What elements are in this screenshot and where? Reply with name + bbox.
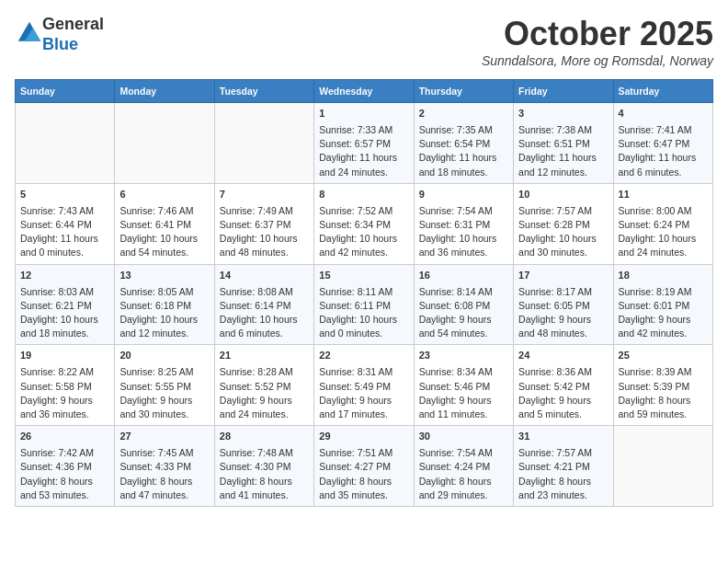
day-info-line: and 36 minutes.: [419, 246, 508, 259]
day-info-line: Daylight: 11 hours: [20, 232, 109, 246]
day-info-line: Sunrise: 7:57 AM: [518, 204, 608, 218]
column-header-sunday: Sunday: [16, 80, 115, 103]
calendar-cell: 6Sunrise: 7:46 AMSunset: 6:41 PMDaylight…: [115, 183, 214, 264]
day-info-line: Sunset: 5:52 PM: [220, 380, 309, 394]
page-header: General Blue October 2025 Sunndalsora, M…: [15, 15, 713, 68]
day-info-line: Sunrise: 8:25 AM: [119, 365, 209, 379]
day-info-line: Daylight: 11 hours: [518, 151, 608, 165]
day-info-line: Daylight: 8 hours: [518, 475, 608, 488]
day-info-line: and 41 minutes.: [220, 488, 309, 502]
calendar-cell: 14Sunrise: 8:08 AMSunset: 6:14 PMDayligh…: [214, 264, 313, 345]
day-info-line: Sunrise: 7:45 AM: [119, 446, 209, 460]
day-info-line: Sunset: 6:51 PM: [518, 137, 608, 151]
day-info-line: Sunset: 6:28 PM: [518, 218, 608, 232]
day-info-line: Sunset: 6:24 PM: [619, 218, 708, 232]
day-info-line: Sunset: 6:11 PM: [319, 299, 408, 313]
day-info-line: Sunrise: 8:34 AM: [419, 365, 508, 379]
day-info-line: Daylight: 11 hours: [319, 151, 408, 165]
day-info-line: Sunset: 6:44 PM: [20, 218, 109, 232]
column-header-saturday: Saturday: [613, 80, 712, 103]
day-info-line: Sunset: 6:01 PM: [619, 299, 708, 313]
calendar-cell: 16Sunrise: 8:14 AMSunset: 6:08 PMDayligh…: [414, 264, 513, 345]
calendar-cell: [16, 103, 115, 184]
day-info-line: Sunrise: 8:31 AM: [319, 365, 408, 379]
day-number: 11: [619, 188, 708, 202]
calendar-cell: 26Sunrise: 7:42 AMSunset: 4:36 PMDayligh…: [16, 426, 115, 507]
day-number: 29: [319, 430, 408, 444]
day-info-line: Sunset: 4:27 PM: [319, 460, 408, 474]
day-info-line: and 47 minutes.: [119, 488, 209, 502]
day-info-line: and 29 minutes.: [419, 488, 508, 502]
day-info-line: and 42 minutes.: [619, 327, 708, 340]
day-info-line: Sunset: 6:05 PM: [518, 299, 608, 313]
day-info-line: Daylight: 10 hours: [220, 313, 309, 327]
day-info-line: Sunset: 5:49 PM: [319, 380, 408, 394]
calendar-cell: 11Sunrise: 8:00 AMSunset: 6:24 PMDayligh…: [613, 183, 712, 264]
day-info-line: and 23 minutes.: [518, 488, 608, 502]
day-number: 7: [220, 188, 309, 202]
day-number: 22: [319, 349, 408, 363]
day-info-line: Daylight: 10 hours: [220, 232, 309, 246]
title-block: October 2025 Sunndalsora, More og Romsda…: [482, 15, 713, 68]
day-info-line: Daylight: 8 hours: [220, 475, 309, 488]
day-info-line: Sunrise: 7:48 AM: [220, 446, 309, 460]
day-info-line: Sunrise: 8:19 AM: [619, 285, 708, 299]
calendar-cell: 5Sunrise: 7:43 AMSunset: 6:44 PMDaylight…: [16, 183, 115, 264]
location: Sunndalsora, More og Romsdal, Norway: [482, 53, 713, 68]
calendar-cell: 21Sunrise: 8:28 AMSunset: 5:52 PMDayligh…: [214, 345, 313, 426]
day-info-line: Sunset: 6:31 PM: [419, 218, 508, 232]
calendar-cell: 10Sunrise: 7:57 AMSunset: 6:28 PMDayligh…: [514, 183, 613, 264]
day-number: 28: [220, 430, 309, 444]
day-info-line: and 54 minutes.: [419, 327, 508, 340]
day-info-line: Sunrise: 8:36 AM: [518, 365, 608, 379]
day-info-line: and 59 minutes.: [619, 408, 708, 421]
day-info-line: Sunset: 6:47 PM: [619, 137, 708, 151]
day-info-line: Daylight: 10 hours: [319, 232, 408, 246]
day-info-line: Sunrise: 7:43 AM: [20, 204, 109, 218]
day-info-line: Sunrise: 8:03 AM: [20, 285, 109, 299]
day-info-line: Sunset: 6:18 PM: [119, 299, 209, 313]
day-info-line: Sunrise: 8:14 AM: [419, 285, 508, 299]
day-info-line: Sunset: 4:33 PM: [119, 460, 209, 474]
day-info-line: Daylight: 10 hours: [119, 232, 209, 246]
day-number: 12: [20, 269, 109, 283]
day-info-line: Sunrise: 8:17 AM: [518, 285, 608, 299]
day-info-line: Sunrise: 8:39 AM: [619, 365, 708, 379]
day-number: 1: [319, 107, 408, 121]
day-info-line: Sunrise: 7:54 AM: [419, 204, 508, 218]
day-info-line: Daylight: 10 hours: [419, 232, 508, 246]
day-info-line: Sunrise: 7:46 AM: [119, 204, 209, 218]
day-info-line: Sunrise: 7:33 AM: [319, 123, 408, 137]
day-number: 17: [518, 269, 608, 283]
calendar-cell: 8Sunrise: 7:52 AMSunset: 6:34 PMDaylight…: [314, 183, 414, 264]
week-row-5: 26Sunrise: 7:42 AMSunset: 4:36 PMDayligh…: [16, 426, 713, 507]
day-info-line: Daylight: 8 hours: [20, 475, 109, 488]
day-number: 16: [419, 269, 508, 283]
day-info-line: Sunset: 4:36 PM: [20, 460, 109, 474]
calendar-cell: [115, 103, 214, 184]
day-info-line: Daylight: 11 hours: [419, 151, 508, 165]
day-info-line: Sunrise: 7:42 AM: [20, 446, 109, 460]
day-info-line: Sunrise: 7:41 AM: [619, 123, 708, 137]
day-info-line: Sunset: 6:54 PM: [419, 137, 508, 151]
column-header-wednesday: Wednesday: [314, 80, 414, 103]
day-number: 4: [619, 107, 708, 121]
week-row-3: 12Sunrise: 8:03 AMSunset: 6:21 PMDayligh…: [16, 264, 713, 345]
day-info-line: Sunrise: 7:38 AM: [518, 123, 608, 137]
day-info-line: Sunrise: 7:35 AM: [419, 123, 508, 137]
day-info-line: Daylight: 9 hours: [518, 313, 608, 327]
calendar-cell: 20Sunrise: 8:25 AMSunset: 5:55 PMDayligh…: [115, 345, 214, 426]
calendar-cell: 18Sunrise: 8:19 AMSunset: 6:01 PMDayligh…: [613, 264, 712, 345]
day-info-line: and 17 minutes.: [319, 408, 408, 421]
day-info-line: Daylight: 11 hours: [619, 151, 708, 165]
day-info-line: and 12 minutes.: [518, 166, 608, 179]
calendar-cell: 4Sunrise: 7:41 AMSunset: 6:47 PMDaylight…: [613, 103, 712, 184]
day-info-line: Sunrise: 8:08 AM: [220, 285, 309, 299]
day-info-line: Daylight: 9 hours: [20, 394, 109, 408]
calendar-cell: 25Sunrise: 8:39 AMSunset: 5:39 PMDayligh…: [613, 345, 712, 426]
day-info-line: and 12 minutes.: [119, 327, 209, 340]
day-info-line: Daylight: 9 hours: [119, 394, 209, 408]
day-info-line: Sunset: 4:24 PM: [419, 460, 508, 474]
week-row-2: 5Sunrise: 7:43 AMSunset: 6:44 PMDaylight…: [16, 183, 713, 264]
day-info-line: Sunrise: 8:22 AM: [20, 365, 109, 379]
